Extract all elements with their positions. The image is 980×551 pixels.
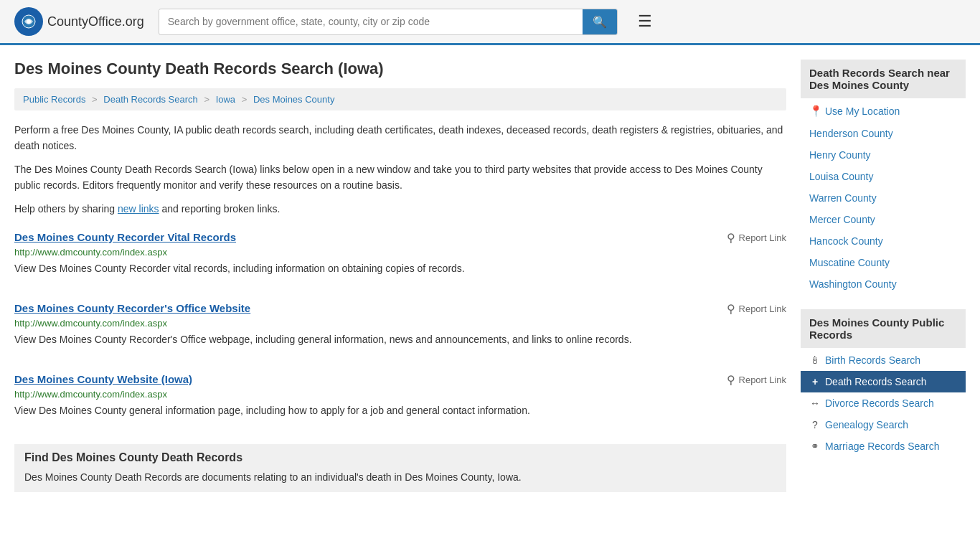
- record-entry-3: Des Moines County Website (Iowa) ⚲ Repor…: [14, 373, 786, 430]
- record-link-1[interactable]: Des Moines County Recorder Vital Records: [14, 231, 236, 243]
- sidebar-county-mercer[interactable]: Mercer County: [801, 209, 966, 230]
- record-desc-2: View Des Moines County Recorder's Office…: [14, 332, 786, 347]
- search-bar: 🔍: [159, 9, 618, 35]
- henry-county-link[interactable]: Henry County: [809, 149, 871, 161]
- content-area: Des Moines County Death Records Search (…: [14, 60, 786, 492]
- location-icon: 📍: [809, 105, 821, 118]
- death-icon: +: [809, 376, 821, 387]
- nearby-section: Death Records Search near Des Moines Cou…: [801, 60, 966, 295]
- sidebar-county-washington[interactable]: Washington County: [801, 273, 966, 295]
- hamburger-icon: ☰: [638, 12, 652, 30]
- record-link-2[interactable]: Des Moines County Recorder's Office Webs…: [14, 302, 250, 314]
- divorce-records-link[interactable]: Divorce Records Search: [825, 397, 934, 409]
- record-url-1: http://www.dmcounty.com/index.aspx: [14, 247, 786, 258]
- find-section-title: Find Des Moines County Death Records: [24, 451, 776, 464]
- birth-records-link[interactable]: Birth Records Search: [825, 354, 920, 366]
- main-container: Des Moines County Death Records Search (…: [0, 45, 980, 507]
- description-3: Help others by sharing new links and rep…: [14, 201, 786, 217]
- record-entry-2: Des Moines County Recorder's Office Webs…: [14, 302, 786, 359]
- sidebar: Death Records Search near Des Moines Cou…: [801, 60, 966, 492]
- washington-county-link[interactable]: Washington County: [809, 278, 897, 290]
- birth-icon: 🕯: [809, 354, 821, 366]
- sidebar-birth-records[interactable]: 🕯 Birth Records Search: [801, 349, 966, 371]
- description-1: Perform a free Des Moines County, IA pub…: [14, 122, 786, 154]
- public-records-section-title: Des Moines County Public Records: [801, 309, 966, 348]
- sidebar-county-warren[interactable]: Warren County: [801, 187, 966, 209]
- find-section-desc: Des Moines County Death Records are docu…: [24, 470, 776, 485]
- breadcrumb-public-records[interactable]: Public Records: [23, 94, 85, 105]
- report-icon-2: ⚲: [727, 302, 735, 316]
- sidebar-marriage-records[interactable]: ⚭ Marriage Records Search: [801, 435, 966, 457]
- public-records-section: Des Moines County Public Records 🕯 Birth…: [801, 309, 966, 457]
- louisa-county-link[interactable]: Louisa County: [809, 171, 874, 182]
- logo: CountyOffice.org: [14, 7, 144, 36]
- record-url-2: http://www.dmcounty.com/index.aspx: [14, 318, 786, 329]
- record-desc-1: View Des Moines County Recorder vital re…: [14, 261, 786, 276]
- report-icon-1: ⚲: [727, 231, 735, 245]
- svg-point-2: [27, 19, 31, 24]
- page-title: Des Moines County Death Records Search (…: [14, 60, 786, 78]
- report-link-2[interactable]: ⚲ Report Link: [727, 302, 786, 316]
- sidebar-county-henderson[interactable]: Henderson County: [801, 123, 966, 144]
- sidebar-county-louisa[interactable]: Louisa County: [801, 166, 966, 187]
- breadcrumb: Public Records > Death Records Search > …: [14, 88, 786, 110]
- henderson-county-link[interactable]: Henderson County: [809, 128, 893, 139]
- search-button[interactable]: 🔍: [583, 9, 617, 34]
- warren-county-link[interactable]: Warren County: [809, 192, 877, 204]
- divorce-icon: ↔: [809, 397, 821, 409]
- record-url-3: http://www.dmcounty.com/index.aspx: [14, 389, 786, 400]
- site-header: CountyOffice.org 🔍 ☰: [0, 0, 980, 45]
- genealogy-icon: ?: [809, 419, 821, 430]
- genealogy-search-link[interactable]: Genealogy Search: [825, 419, 908, 430]
- sidebar-genealogy-search[interactable]: ? Genealogy Search: [801, 414, 966, 435]
- report-link-1[interactable]: ⚲ Report Link: [727, 231, 786, 245]
- description-2: The Des Moines County Death Records Sear…: [14, 161, 786, 194]
- report-icon-3: ⚲: [727, 373, 735, 387]
- use-location-item[interactable]: 📍 Use My Location: [801, 100, 966, 123]
- nearby-section-title: Death Records Search near Des Moines Cou…: [801, 60, 966, 98]
- breadcrumb-iowa[interactable]: Iowa: [216, 94, 235, 105]
- sidebar-county-muscatine[interactable]: Muscatine County: [801, 252, 966, 273]
- record-link-3[interactable]: Des Moines County Website (Iowa): [14, 373, 192, 385]
- find-death-records-section: Find Des Moines County Death Records Des…: [14, 444, 786, 492]
- logo-icon: [14, 7, 43, 36]
- record-desc-3: View Des Moines County general informati…: [14, 403, 786, 418]
- use-location-link[interactable]: Use My Location: [825, 105, 900, 117]
- record-entry-1: Des Moines County Recorder Vital Records…: [14, 231, 786, 288]
- breadcrumb-death-records[interactable]: Death Records Search: [103, 94, 198, 105]
- sidebar-county-hancock[interactable]: Hancock County: [801, 230, 966, 252]
- hamburger-menu-button[interactable]: ☰: [632, 9, 658, 34]
- marriage-icon: ⚭: [809, 441, 821, 452]
- report-link-3[interactable]: ⚲ Report Link: [727, 373, 786, 387]
- sidebar-divorce-records[interactable]: ↔ Divorce Records Search: [801, 392, 966, 414]
- search-input[interactable]: [159, 10, 583, 33]
- hancock-county-link[interactable]: Hancock County: [809, 235, 883, 247]
- mercer-county-link[interactable]: Mercer County: [809, 214, 875, 225]
- logo-text: CountyOffice.org: [47, 14, 144, 29]
- sidebar-county-henry[interactable]: Henry County: [801, 144, 966, 166]
- muscatine-county-link[interactable]: Muscatine County: [809, 257, 890, 268]
- new-links[interactable]: new links: [118, 203, 159, 215]
- marriage-records-link[interactable]: Marriage Records Search: [825, 441, 940, 452]
- sidebar-death-records[interactable]: + Death Records Search: [801, 371, 966, 392]
- breadcrumb-des-moines[interactable]: Des Moines County: [253, 94, 334, 105]
- search-icon: 🔍: [593, 16, 607, 28]
- death-records-link[interactable]: Death Records Search: [825, 376, 927, 387]
